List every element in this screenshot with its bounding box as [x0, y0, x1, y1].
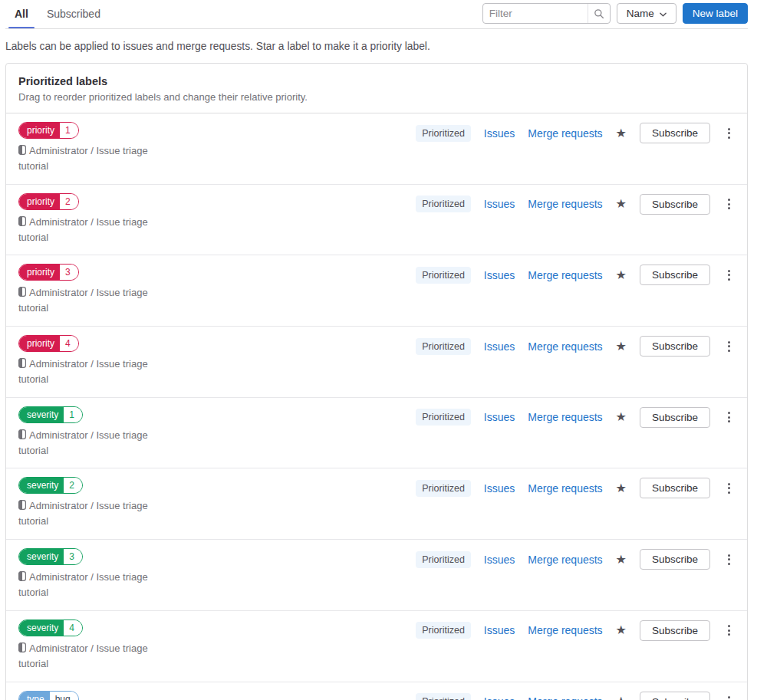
subscribe-button[interactable]: Subscribe: [640, 478, 710, 498]
prioritized-labels-card: Prioritized labels Drag to reorder prior…: [5, 63, 748, 700]
labels-page: All Subscribed Name: [0, 0, 767, 700]
issues-link[interactable]: Issues: [484, 411, 515, 423]
label-scope: priority: [19, 123, 60, 138]
subscribe-button[interactable]: Subscribe: [640, 194, 710, 215]
sort-dropdown[interactable]: Name: [617, 3, 676, 24]
prioritized-badge: Prioritized: [416, 267, 471, 284]
star-icon[interactable]: ★: [616, 198, 627, 210]
label-info: priority 2 Administrator / Issue triage …: [18, 193, 179, 245]
issues-link[interactable]: Issues: [484, 624, 515, 636]
label-value: 4: [60, 336, 78, 351]
label-row[interactable]: type bug Administrator / Issue triage tu…: [6, 682, 747, 700]
scoped-label-badge[interactable]: priority 2: [18, 193, 79, 210]
label-info: priority 1 Administrator / Issue triage …: [18, 122, 179, 174]
project-icon: [18, 571, 26, 586]
sort-dropdown-label: Name: [627, 8, 654, 19]
merge-requests-link[interactable]: Merge requests: [528, 198, 602, 210]
project-icon: [18, 145, 26, 159]
kebab-menu-icon[interactable]: [723, 480, 735, 497]
label-row[interactable]: priority 2 Administrator / Issue triage …: [6, 184, 747, 255]
chevron-down-icon: [660, 8, 667, 19]
scoped-label-badge[interactable]: type bug: [18, 691, 79, 700]
issues-link[interactable]: Issues: [484, 554, 515, 566]
subscribe-button[interactable]: Subscribe: [640, 123, 710, 143]
issues-link[interactable]: Issues: [484, 695, 515, 700]
tab-all[interactable]: All: [5, 1, 38, 28]
filter-input[interactable]: [483, 8, 588, 19]
page-description: Labels can be applied to issues and merg…: [5, 29, 748, 63]
merge-requests-link[interactable]: Merge requests: [528, 482, 602, 495]
project-name: Administrator / Issue triage tutorial: [18, 500, 148, 527]
kebab-menu-icon[interactable]: [723, 622, 735, 639]
merge-requests-link[interactable]: Merge requests: [528, 554, 602, 566]
label-row[interactable]: severity 4 Administrator / Issue triage …: [6, 610, 747, 682]
kebab-menu-icon[interactable]: [723, 125, 735, 142]
project-path: Administrator / Issue triage tutorial: [18, 642, 155, 672]
subscribe-button[interactable]: Subscribe: [640, 620, 710, 641]
label-row[interactable]: severity 1 Administrator / Issue triage …: [6, 397, 747, 468]
prioritized-badge: Prioritized: [416, 125, 471, 142]
issues-link[interactable]: Issues: [484, 198, 515, 210]
issues-link[interactable]: Issues: [484, 127, 515, 140]
scoped-label-badge[interactable]: severity 2: [18, 477, 83, 494]
project-path: Administrator / Issue triage tutorial: [18, 286, 155, 316]
project-name: Administrator / Issue triage tutorial: [18, 287, 148, 314]
subscribe-button[interactable]: Subscribe: [640, 265, 710, 285]
label-value: 2: [64, 478, 82, 493]
project-name: Administrator / Issue triage tutorial: [18, 571, 148, 598]
star-icon[interactable]: ★: [616, 554, 627, 566]
row-actions: Prioritized Issues Merge requests ★ Subs…: [416, 478, 735, 498]
kebab-menu-icon[interactable]: [723, 338, 735, 355]
merge-requests-link[interactable]: Merge requests: [528, 411, 602, 423]
label-scope: priority: [19, 265, 60, 280]
row-actions: Prioritized Issues Merge requests ★ Subs…: [416, 407, 735, 428]
label-value: 3: [64, 549, 82, 564]
star-icon[interactable]: ★: [616, 695, 627, 700]
project-icon: [18, 216, 26, 231]
star-icon[interactable]: ★: [616, 411, 627, 423]
search-icon[interactable]: [588, 4, 610, 23]
label-info: severity 4 Administrator / Issue triage …: [18, 619, 179, 672]
label-row[interactable]: priority 4 Administrator / Issue triage …: [6, 326, 747, 397]
subscribe-button[interactable]: Subscribe: [640, 336, 710, 357]
label-row[interactable]: priority 1 Administrator / Issue triage …: [6, 113, 747, 184]
tab-subscribed[interactable]: Subscribed: [38, 1, 110, 28]
scoped-label-badge[interactable]: severity 4: [18, 619, 83, 636]
label-value: 1: [60, 123, 78, 138]
scoped-label-badge[interactable]: priority 1: [18, 122, 79, 139]
row-actions: Prioritized Issues Merge requests ★ Subs…: [416, 123, 735, 143]
issues-link[interactable]: Issues: [484, 269, 515, 281]
merge-requests-link[interactable]: Merge requests: [528, 127, 602, 140]
label-row[interactable]: priority 3 Administrator / Issue triage …: [6, 255, 747, 326]
merge-requests-link[interactable]: Merge requests: [528, 695, 602, 700]
row-actions: Prioritized Issues Merge requests ★ Subs…: [416, 549, 735, 570]
merge-requests-link[interactable]: Merge requests: [528, 340, 602, 353]
label-row[interactable]: severity 2 Administrator / Issue triage …: [6, 468, 747, 539]
scoped-label-badge[interactable]: priority 3: [18, 264, 79, 281]
star-icon[interactable]: ★: [616, 127, 627, 140]
label-row[interactable]: severity 3 Administrator / Issue triage …: [6, 539, 747, 610]
kebab-menu-icon[interactable]: [723, 267, 735, 284]
label-info: severity 2 Administrator / Issue triage …: [18, 477, 179, 529]
kebab-menu-icon[interactable]: [723, 196, 735, 212]
star-icon[interactable]: ★: [616, 340, 627, 353]
kebab-menu-icon[interactable]: [723, 409, 735, 426]
star-icon[interactable]: ★: [616, 269, 627, 281]
label-tabs: All Subscribed: [5, 1, 110, 28]
subscribe-button[interactable]: Subscribe: [640, 692, 710, 700]
kebab-menu-icon[interactable]: [723, 693, 735, 700]
scoped-label-badge[interactable]: severity 3: [18, 548, 83, 565]
merge-requests-link[interactable]: Merge requests: [528, 624, 602, 636]
new-label-button[interactable]: New label: [683, 3, 748, 24]
scoped-label-badge[interactable]: severity 1: [18, 406, 83, 423]
star-icon[interactable]: ★: [616, 482, 627, 495]
merge-requests-link[interactable]: Merge requests: [528, 269, 602, 281]
prioritized-badge: Prioritized: [416, 693, 471, 700]
subscribe-button[interactable]: Subscribe: [640, 549, 710, 570]
subscribe-button[interactable]: Subscribe: [640, 407, 710, 428]
issues-link[interactable]: Issues: [484, 340, 515, 353]
issues-link[interactable]: Issues: [484, 482, 515, 495]
kebab-menu-icon[interactable]: [723, 551, 735, 568]
scoped-label-badge[interactable]: priority 4: [18, 335, 79, 352]
star-icon[interactable]: ★: [616, 624, 627, 636]
